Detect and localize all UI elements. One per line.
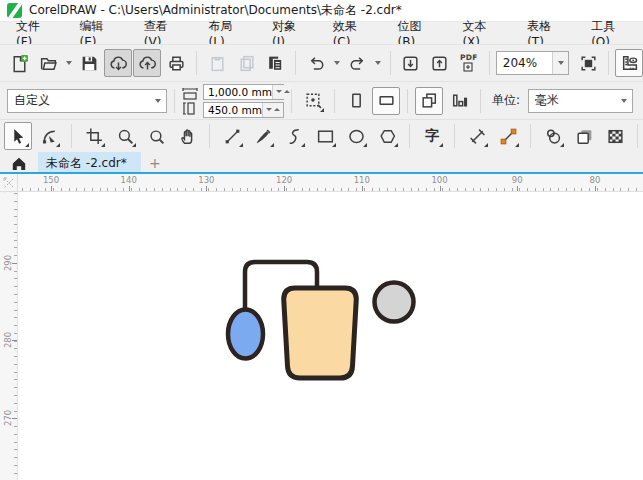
pan-tool[interactable] [173, 122, 201, 150]
page-width-value: 1,000.0 mm [204, 86, 272, 98]
open-dropdown-button[interactable] [63, 50, 74, 76]
contour-tool[interactable] [539, 122, 567, 150]
cloud-upload-icon [138, 54, 157, 73]
new-document-button[interactable] [5, 49, 33, 77]
zoom-level-value: 204% [497, 56, 552, 70]
pick-tool[interactable] [4, 122, 32, 150]
separator [637, 124, 638, 148]
toolbox: 字 [0, 119, 643, 152]
open-button[interactable] [34, 49, 62, 77]
ruler-eye-icon [620, 54, 639, 73]
portrait-icon [347, 91, 366, 110]
import-button[interactable] [397, 49, 425, 77]
units-dropdown-button[interactable] [616, 90, 632, 112]
page-width-input[interactable]: 1,000.0 mm [203, 84, 284, 100]
height-spinner[interactable] [262, 103, 283, 117]
current-page-icon [450, 91, 469, 110]
page-height-icon [182, 102, 198, 115]
units-combobox[interactable]: 毫米 [528, 89, 633, 113]
width-spinner[interactable] [272, 85, 293, 99]
vertical-ruler[interactable]: 300290280270 [0, 192, 18, 480]
new-document-icon [10, 54, 29, 73]
dimension-line-icon [468, 127, 487, 146]
autofit-page-button[interactable] [299, 87, 327, 115]
open-folder-icon [39, 54, 58, 73]
pick-arrow-icon [9, 127, 28, 146]
page-size-preset-combobox[interactable]: 自定义 [7, 89, 167, 113]
landscape-icon [377, 91, 396, 110]
hand-icon [178, 127, 197, 146]
paste-button[interactable] [261, 49, 289, 77]
tan-rounded-rect-shape[interactable] [284, 288, 357, 378]
ruler-label: 130 [198, 175, 214, 185]
separator [334, 89, 335, 113]
spinner-down-icon [266, 108, 272, 111]
separator [407, 89, 408, 113]
crop-tool[interactable] [80, 122, 108, 150]
rectangle-tool[interactable] [311, 122, 339, 150]
current-page-button[interactable] [445, 87, 473, 115]
page-size-preset-value: 自定义 [8, 92, 150, 109]
blue-ellipse-shape[interactable] [228, 310, 263, 359]
shape-tool[interactable] [35, 122, 63, 150]
ruler-label: 90 [512, 175, 523, 185]
paste-special-icon [208, 54, 227, 73]
undo-dropdown-button[interactable] [331, 50, 342, 76]
zoom-out-tool[interactable] [142, 122, 170, 150]
chevron-down-icon [621, 99, 627, 103]
preset-dropdown-button[interactable] [150, 90, 166, 112]
plus-icon: + [149, 155, 161, 171]
redo-dropdown-button[interactable] [373, 50, 384, 76]
redo-icon [348, 54, 367, 73]
portrait-orientation-button[interactable] [342, 87, 370, 115]
publish-pdf-button[interactable]: PDF [455, 49, 483, 77]
import-arrow-icon [401, 54, 420, 73]
pen-tool[interactable] [280, 122, 308, 150]
document-tab-active[interactable]: 未命名 -2.cdr* [38, 152, 141, 174]
page-height-input[interactable]: 450.0 mm [203, 102, 284, 118]
horizontal-ruler[interactable]: 1501401301201101009080 [18, 174, 643, 192]
checkerboard-icon [606, 127, 625, 146]
property-bar: 自定义 1,000.0 mm 450.0 mm 单位: 毫米 [0, 81, 643, 119]
drop-shadow-tool[interactable] [570, 122, 598, 150]
copy-button-disabled[interactable] [232, 49, 260, 77]
gray-circle-shape[interactable] [375, 283, 414, 322]
print-button[interactable] [162, 49, 190, 77]
zoom-tool[interactable] [111, 122, 139, 150]
all-pages-button[interactable] [415, 87, 443, 115]
transparency-tool[interactable] [601, 122, 629, 150]
drawing-canvas[interactable] [18, 192, 643, 480]
separator [71, 124, 72, 148]
text-tool[interactable]: 字 [418, 122, 446, 150]
undo-button[interactable] [302, 49, 330, 77]
import-cloud-button[interactable] [104, 49, 132, 77]
save-button[interactable] [75, 49, 103, 77]
fullscreen-preview-button[interactable] [574, 49, 602, 77]
redo-button[interactable] [344, 49, 372, 77]
contour-circles-icon [544, 127, 563, 146]
ruler-label: 80 [589, 175, 600, 185]
separator [196, 51, 197, 75]
copy-icon [237, 54, 256, 73]
artistic-media-tool[interactable] [249, 122, 277, 150]
show-rulers-toggle[interactable] [615, 49, 643, 77]
printer-icon [167, 54, 186, 73]
spinner-down-icon [276, 90, 282, 93]
polygon-tool[interactable] [373, 122, 401, 150]
ellipse-tool[interactable] [342, 122, 370, 150]
export-arrow-icon [430, 54, 449, 73]
welcome-home-button[interactable] [0, 152, 38, 174]
connector-tool[interactable] [494, 122, 522, 150]
landscape-orientation-button[interactable] [372, 87, 400, 115]
brush-icon [254, 127, 273, 146]
zoom-dropdown-button[interactable] [552, 52, 568, 74]
export-button[interactable] [426, 49, 454, 77]
new-tab-button[interactable]: + [144, 152, 166, 174]
dimension-tool[interactable] [463, 122, 491, 150]
cut-button-disabled[interactable] [203, 49, 231, 77]
separator [530, 124, 531, 148]
zoom-level-combobox[interactable]: 204% [496, 51, 569, 75]
export-cloud-button[interactable] [133, 49, 161, 77]
freehand-tool[interactable] [218, 122, 246, 150]
ruler-origin-button[interactable] [0, 174, 18, 192]
